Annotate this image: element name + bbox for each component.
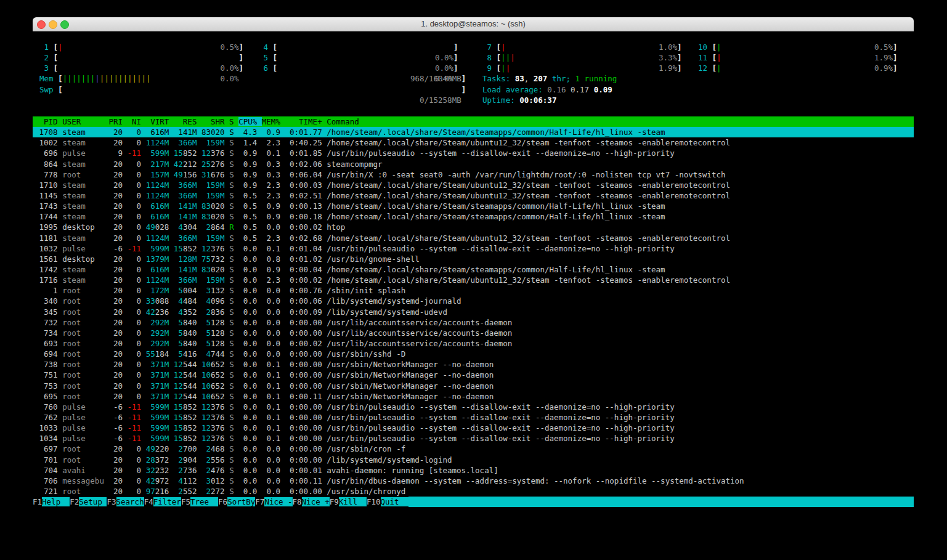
fkey-f6-sortby[interactable]: F6SortBy [218,497,255,507]
process-row-pid-732[interactable]: 732 root 20 0 292M 5840 5128 S 0.0 0.0 0… [33,317,914,328]
cell-pid: 778 [35,170,58,179]
process-row-pid-1742[interactable]: 1742 steam 20 0 616M 141M 83020 S 0.0 0.… [33,264,914,275]
cell-pri: 20 [108,212,123,221]
process-row-pid-751[interactable]: 751 root 20 0 371M 12544 10652 S 0.0 0.1… [33,370,914,380]
process-row-pid-695[interactable]: 695 root 20 0 371M 12544 10652 S 0.0 0.1… [33,391,914,402]
cell-pri: 20 [108,160,123,169]
cpu-meter-5: 5 [0.0%] [259,52,458,63]
cell-ni: 0 [128,254,142,264]
process-row-pid-340[interactable]: 340 root 20 0 33088 4484 4096 S 0.0 0.0 … [33,296,914,306]
cell-pri: 20 [108,487,123,496]
cell-time: 0:00.13 [285,201,322,211]
cell-cpu: 0.0 [238,318,257,327]
cell-cpu: 1.4 [238,138,257,147]
cell-pri: 20 [108,128,123,137]
cpu-meter-11: 11 [|1.9%] [698,52,898,63]
cell-pid: 345 [35,307,58,317]
process-row-pid-345[interactable]: 345 root 20 0 42236 4352 2836 S 0.0 0.0 … [33,307,914,317]
cell-cpu: 0.0 [238,254,257,264]
cell-cpu: 0.5 [238,201,257,211]
cell-command: /home/steam/.local/share/Steam/steamapps… [327,128,665,137]
process-row-pid-693[interactable]: 693 root 20 0 292M 5840 5128 S 0.0 0.0 0… [33,338,914,349]
process-row-pid-1708[interactable]: 1708 steam 20 0 616M 141M 83020 S 4.3 0.… [33,127,914,137]
cell-pri: 20 [108,455,123,465]
meter-bar: | [95,74,100,83]
fkey-f3-search[interactable]: F3Search [107,497,144,507]
process-row-pid-760[interactable]: 760 pulse -6 -11 599M 15852 12376 S 0.0 … [33,402,914,412]
cell-pri: 20 [108,191,123,200]
cell-command: /usr/bin/X :0 -seat seat0 -auth /var/run… [327,170,725,179]
cell-ni: 0 [128,466,142,475]
fkey-f4-filter[interactable]: F4Filter [144,497,181,507]
process-row-pid-1744[interactable]: 1744 steam 20 0 616M 141M 83020 S 0.5 0.… [33,211,914,222]
process-row-pid-721[interactable]: 721 root 20 0 97216 2552 2272 S 0.0 0.0 … [33,486,914,497]
cell-pid: 1181 [35,233,58,243]
fkey-f2-setup[interactable]: F2Setup [70,497,107,507]
cell-time: 0:01.04 [285,244,322,253]
cell-state: S [229,138,234,147]
process-row-pid-1710[interactable]: 1710 steam 20 0 1124M 366M 159M S 0.9 2.… [33,180,914,190]
process-row-pid-734[interactable]: 734 root 20 0 292M 5840 5128 S 0.0 0.0 0… [33,328,914,338]
process-row-pid-1995[interactable]: 1995 desktop 20 0 49028 4304 2864 R 0.5 … [33,222,914,232]
cell-pid: 1743 [35,201,58,211]
cell-time: 0:01.85 [285,148,322,158]
cell-time: 0:00.00 [285,381,322,391]
cell-ni: 0 [128,286,142,295]
process-row-pid-701[interactable]: 701 root 20 0 28372 2904 2556 S 0.0 0.0 … [33,455,914,465]
cell-mem: 0.1 [262,392,280,401]
process-row-pid-1032[interactable]: 1032 pulse -6 -11 599M 15852 12376 S 0.0… [33,243,914,254]
meter-bar: | [717,63,721,73]
fkey-f7-nice[interactable]: F7Nice - [255,497,292,507]
cell-mem: 2.3 [262,275,280,285]
process-row-pid-1561[interactable]: 1561 desktop 20 0 1379M 128M 75732 S 0.0… [33,254,914,264]
process-row-pid-697[interactable]: 697 root 20 0 49220 2700 2468 S 0.0 0.0 … [33,444,914,454]
cpu-meter-7-value: 1.0% [659,42,677,52]
cell-command: /lib/systemd/systemd-udevd [327,307,447,317]
process-row-pid-1[interactable]: 1 root 20 0 172M 5004 3132 S 0.0 0.0 0:0… [33,285,914,296]
cpu-meter-2: 2 [0.0%] [39,52,243,63]
fkey-f10-quit[interactable]: F10Quit [367,497,408,507]
cell-state: S [229,265,234,274]
cell-pri: 20 [108,307,123,317]
process-row-pid-1145[interactable]: 1145 steam 20 0 1124M 366M 159M S 0.5 2.… [33,190,914,201]
process-row-pid-1002[interactable]: 1002 steam 20 0 1124M 366M 159M S 1.4 2.… [33,137,914,148]
table-header[interactable]: PID USER PRI NI VIRT RES SHR S CPU% MEM%… [33,116,914,127]
process-row-pid-738[interactable]: 738 root 20 0 371M 12544 10652 S 0.0 0.1… [33,359,914,370]
cell-command: /usr/lib/accountsservice/accounts-daemon [327,328,512,338]
cell-command: /usr/bin/pulseaudio --system --disallow-… [327,148,674,158]
cell-pri: 20 [108,170,123,179]
cell-mem: 0.1 [262,370,280,379]
fkey-f1-help[interactable]: F1Help [33,497,70,507]
cell-cpu: 0.0 [238,423,257,432]
cell-time: 0:00.76 [285,286,322,295]
process-row-pid-1743[interactable]: 1743 steam 20 0 616M 141M 83020 S 0.5 0.… [33,201,914,211]
cell-state: S [229,476,234,485]
process-row-pid-778[interactable]: 778 root 20 0 157M 49156 31676 S 0.9 0.3… [33,169,914,180]
cell-state: S [229,370,234,379]
process-row-pid-706[interactable]: 706 messagebu 20 0 42972 4112 3012 S 0.0… [33,476,914,486]
swap-meter: Swp [0/15258MB] [39,84,466,95]
cell-mem: 2.3 [262,233,280,243]
cell-cpu: 0.0 [238,265,257,274]
cell-ni: -11 [128,402,142,412]
cell-user: root [62,307,104,317]
process-row-pid-1181[interactable]: 1181 steam 20 0 1124M 366M 159M S 0.5 2.… [33,233,914,243]
titlebar[interactable]: 1. desktop@steamos: ~ (ssh) [33,17,914,31]
process-row-pid-704[interactable]: 704 avahi 20 0 32232 2736 2476 S 0.0 0.0… [33,465,914,476]
cell-state: S [229,275,234,285]
process-row-pid-696[interactable]: 696 pulse 9 -11 599M 15852 12376 S 0.9 0… [33,148,914,158]
process-row-pid-694[interactable]: 694 root 20 0 55184 5416 4744 S 0.0 0.0 … [33,349,914,359]
cell-command: htop [327,222,345,232]
process-row-pid-1033[interactable]: 1033 pulse -6 -11 599M 15852 12376 S 0.0… [33,423,914,433]
cell-command: /usr/sbin/NetworkManager --no-daemon [327,370,494,379]
process-row-pid-1034[interactable]: 1034 pulse -6 -11 599M 15852 12376 S 0.0… [33,433,914,444]
fkey-f5-tree[interactable]: F5Tree [181,497,218,507]
cell-cpu: 0.0 [238,455,257,465]
fkey-f8-nice[interactable]: F8Nice + [293,497,330,507]
process-row-pid-762[interactable]: 762 pulse -6 -11 599M 15852 12376 S 0.0 … [33,412,914,423]
process-row-pid-864[interactable]: 864 steam 20 0 217M 42212 25276 S 0.9 0.… [33,159,914,169]
process-row-pid-753[interactable]: 753 root 20 0 371M 12544 10652 S 0.0 0.1… [33,381,914,391]
meter-bar: | [717,53,721,62]
fkey-f9-kill[interactable]: F9Kill [330,497,367,507]
process-row-pid-1716[interactable]: 1716 steam 20 0 1124M 366M 159M S 0.0 2.… [33,275,914,285]
